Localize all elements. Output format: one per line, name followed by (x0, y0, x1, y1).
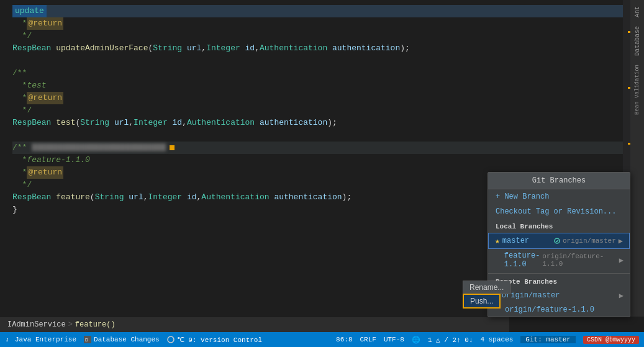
code-line: /** (12, 67, 644, 79)
local-branch-feature[interactable]: feature-1.1.0 origin/feature-1.1.0 ▶ (488, 249, 630, 271)
comment-text: */ (22, 104, 32, 117)
code-line: */ (12, 104, 644, 117)
method-highlight: update (12, 5, 47, 17)
code-line: RespBean updateAdminUserFace ( String ur… (12, 42, 644, 55)
param-type: String (153, 42, 182, 55)
blank-line (12, 129, 644, 142)
svg-point-4 (168, 336, 174, 343)
comment-italic: feature-1.1.0 (27, 154, 89, 166)
comment-text: */ (22, 179, 32, 191)
param-name: authentication (260, 117, 327, 129)
symbol: ( (148, 42, 153, 55)
svg-text:D: D (85, 338, 88, 342)
branch-arrow-icon: ▶ (619, 256, 624, 265)
comment-text: * (22, 17, 27, 30)
popup-title: Git Branches (488, 173, 630, 189)
branch-name-feature: feature-1.1.0 (504, 251, 540, 269)
svg-text:J: J (6, 338, 9, 342)
status-encoding: UTF-8 (384, 336, 404, 343)
status-right: 86:8 CRLF UTF-8 🌐 1 △ / 2↑ 0↓ 4 spaces G… (336, 336, 639, 344)
section-divider (488, 273, 630, 274)
breadcrumb: IAdminService > feature() (0, 317, 509, 332)
code-line: RespBean test ( String url , Integer id … (12, 117, 644, 129)
param-name: url (129, 191, 143, 204)
param-type: Authentication (260, 42, 327, 55)
rename-button[interactable]: Rename... (463, 281, 510, 294)
comment-text: * (22, 79, 27, 92)
status-git-branch[interactable]: Git: master (520, 336, 576, 343)
java-icon: J (5, 336, 12, 343)
new-branch-action[interactable]: + New Branch (488, 189, 630, 204)
code-line: update (12, 5, 644, 17)
status-java[interactable]: J Java Enterprise (5, 336, 76, 343)
comment-italic: test (27, 79, 46, 92)
param-name: url (114, 117, 129, 129)
status-globe-icon: 🌐 (412, 336, 420, 344)
blank-line (12, 55, 644, 67)
status-crlf: CRLF (360, 336, 376, 343)
comment-text: * (22, 154, 27, 166)
param-name: authentication (274, 191, 342, 204)
remote-branch-name-feature: origin/feature-1.1.0 (505, 305, 624, 314)
code-line: * feature-1.1.0 (12, 154, 644, 166)
tab-database[interactable]: Database (633, 22, 642, 60)
return-tag: @return (27, 17, 63, 30)
param-name: id (187, 191, 197, 204)
breadcrumb-separator: > (68, 320, 73, 329)
status-bar: J Java Enterprise D Database Changes ℃ 9… (0, 332, 644, 347)
status-db-changes[interactable]: D Database Changes (84, 336, 160, 343)
status-position: 86:8 (336, 336, 352, 343)
symbol: ( (90, 191, 95, 204)
remote-branch-name-master: origin/master (502, 291, 617, 300)
comment-text: * (22, 92, 27, 104)
status-version-control[interactable]: ℃ 9: Version Control (167, 336, 262, 344)
tab-ant[interactable]: Ant (633, 2, 642, 21)
param-name: id (245, 42, 255, 55)
param-type: Authentication (187, 117, 255, 129)
local-branches-header: Local Branches (488, 220, 630, 233)
class-name: RespBean (12, 191, 51, 204)
param-type: Authentication (201, 191, 269, 204)
comment-text: /** (12, 67, 27, 79)
param-type: Integer (148, 191, 183, 204)
return-tag: @return (27, 166, 63, 179)
class-name: RespBean (12, 117, 51, 129)
param-type: Integer (206, 42, 240, 55)
return-tag: @return (27, 92, 63, 104)
orange-indicator (170, 145, 175, 150)
param-name: url (187, 42, 201, 55)
method-name: feature (56, 191, 90, 204)
status-git-status: 1 △ / 2↑ 0↓ (428, 336, 473, 344)
code-line: * @return (12, 92, 644, 104)
param-type: String (80, 117, 109, 129)
right-tabs-panel: Ant Database Bean Validation (630, 0, 644, 317)
method-name: test (56, 117, 75, 129)
db-icon: D (84, 336, 91, 343)
branch-name-master: master (502, 237, 551, 245)
breadcrumb-method: feature() (75, 320, 116, 329)
symbol: ( (75, 117, 80, 129)
branch-origin-label: origin/master (563, 237, 616, 245)
branch-star-icon: ★ (495, 236, 500, 246)
checkout-tag-action[interactable]: Checkout Tag or Revision... (488, 204, 630, 219)
csdn-badge: CSDN @bmwyyyy (583, 336, 639, 344)
comment-text: * (22, 166, 27, 179)
code-line: /** ██████████████████████████████ (12, 142, 644, 154)
breadcrumb-interface: IAdminService (7, 320, 66, 329)
tab-bean-validation[interactable]: Bean Validation (633, 61, 642, 119)
branch-origin-label: origin/feature-1.1.0 (542, 253, 616, 268)
branch-arrow-icon: ▶ (619, 291, 624, 300)
close-brace: } (12, 204, 17, 216)
blurred-content: ██████████████████████████████ (32, 142, 166, 154)
remote-branch-origin-feature[interactable]: origin/feature-1.1.0 (488, 303, 630, 317)
vc-icon (167, 336, 175, 343)
push-button[interactable]: Push... (463, 294, 501, 309)
comment-text: /** (12, 142, 32, 154)
local-branch-master[interactable]: ★ master origin/master ▶ (488, 233, 630, 249)
status-indent: 4 spaces (481, 336, 514, 343)
param-name: id (173, 117, 183, 129)
param-type: Integer (134, 117, 168, 129)
code-line: * test (12, 79, 644, 92)
branch-arrow-icon: ▶ (619, 237, 623, 246)
code-line: * @return (12, 17, 644, 30)
